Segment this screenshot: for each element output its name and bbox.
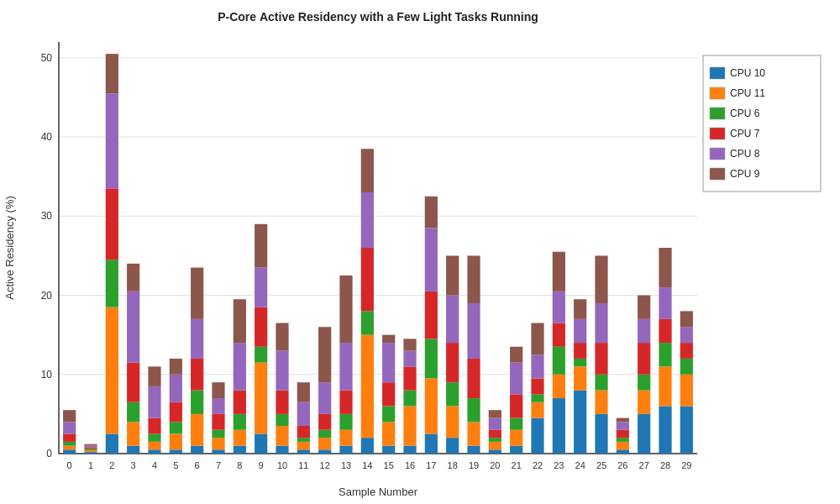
- chart-container: [0, 0, 840, 504]
